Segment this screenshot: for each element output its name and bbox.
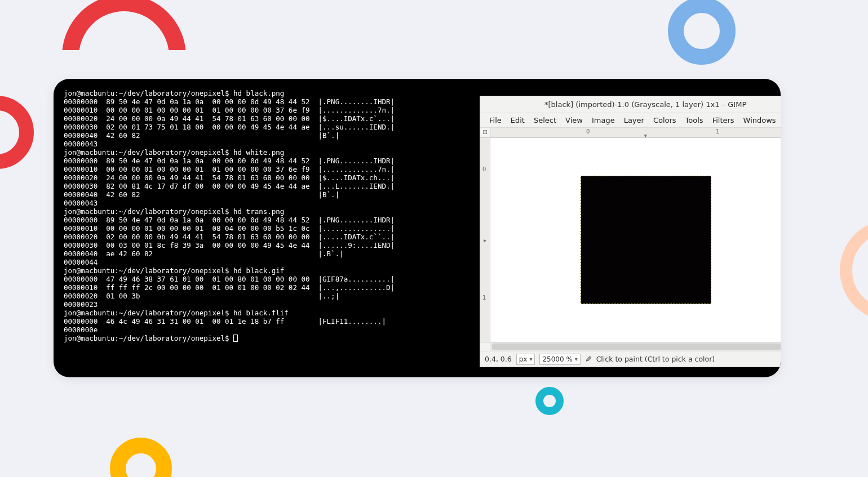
canvas-area[interactable] [490, 138, 781, 342]
chevron-down-icon: ▾ [575, 356, 578, 362]
ruler-corner-icon[interactable]: ⊡ [480, 128, 490, 138]
menu-filters[interactable]: Filters [708, 114, 739, 126]
deco-circle [668, 0, 736, 65]
unit-selector[interactable]: px ▾ [516, 354, 535, 365]
zoom-label: 25000 % [542, 355, 572, 363]
horizontal-scrollbar[interactable] [490, 342, 781, 351]
menu-tools[interactable]: Tools [681, 114, 708, 126]
menu-view[interactable]: View [561, 114, 587, 126]
gimp-title: *[black] (imported)-1.0 (Grayscale, 1 la… [544, 100, 746, 109]
gimp-statusbar: 0.4, 0.6 px ▾ 25000 % ▾ ✎ Click to paint… [480, 351, 781, 367]
screenshot-card: jon@macbuntu:~/dev/laboratory/onepixel$ … [54, 79, 781, 377]
gimp-window: *[black] (imported)-1.0 (Grayscale, 1 la… [480, 96, 781, 367]
chevron-down-icon: ▾ [529, 356, 532, 362]
deco-circle [535, 387, 564, 415]
deco-circle [110, 438, 172, 477]
ruler-tick: 0 [482, 166, 486, 172]
ruler-pointer-icon: ▸ [484, 237, 486, 243]
menu-select[interactable]: Select [529, 114, 561, 126]
gimp-titlebar[interactable]: *[black] (imported)-1.0 (Grayscale, 1 la… [480, 96, 781, 113]
canvas-pixel[interactable] [581, 176, 711, 304]
terminal-window[interactable]: jon@macbuntu:~/dev/laboratory/onepixel$ … [54, 79, 431, 377]
zoom-selector[interactable]: 25000 % ▾ [539, 354, 580, 365]
unit-label: px [519, 355, 528, 363]
menu-colors[interactable]: Colors [649, 114, 681, 126]
gimp-body: 0 ▸ 1 [480, 138, 781, 342]
ruler-tick: 1 [716, 128, 719, 135]
deco-circle [840, 220, 868, 321]
gimp-horizontal-ruler: ⊡ 0 ▾ 1 ⊡ [480, 128, 781, 138]
ruler-tick: 0 [586, 128, 590, 135]
paintbrush-icon: ✎ [585, 355, 592, 364]
gimp-menubar: FileEditSelectViewImageLayerColorsToolsF… [480, 113, 781, 128]
status-hint: Click to paint (Ctrl to pick a color) [596, 355, 715, 363]
ruler-corner-icon [480, 342, 490, 351]
menu-image[interactable]: Image [587, 114, 619, 126]
terminal-cursor [233, 335, 238, 342]
status-coords: 0.4, 0.6 [485, 355, 512, 363]
horizontal-scroll-row: ✥ [480, 342, 781, 351]
ruler-tick: 1 [482, 295, 486, 301]
menu-file[interactable]: File [485, 114, 506, 126]
menu-edit[interactable]: Edit [506, 114, 529, 126]
horizontal-ruler[interactable]: 0 ▾ 1 [490, 128, 781, 137]
vertical-ruler[interactable]: 0 ▸ 1 [480, 138, 490, 342]
deco-circle [0, 96, 34, 169]
menu-windows[interactable]: Windows [739, 114, 781, 126]
menu-layer[interactable]: Layer [619, 114, 649, 126]
